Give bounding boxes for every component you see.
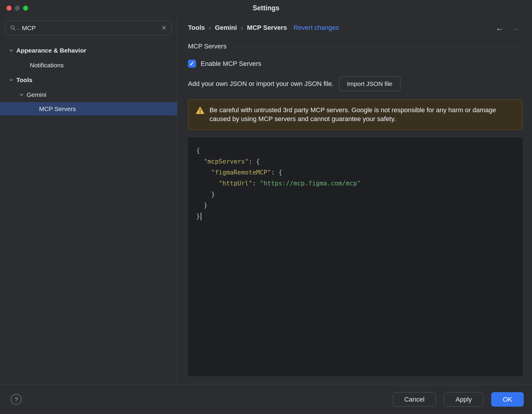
help-button[interactable]: ? [11,394,22,405]
apply-button[interactable]: Apply [444,392,483,407]
breadcrumb-gemini[interactable]: Gemini [215,24,237,32]
sidebar-item-notifications[interactable]: Notifications [0,58,177,73]
sidebar-item-mcp-servers[interactable]: MCP Servers [0,102,177,115]
settings-sidebar: ✕ Appearance & Behavior Notifications To… [0,16,177,384]
enable-mcp-servers-checkbox[interactable]: ✓ [188,60,196,68]
sidebar-item-label: Appearance & Behavior [16,47,86,54]
ok-button[interactable]: OK [491,392,524,407]
cancel-button[interactable]: Cancel [393,392,436,407]
code-line: "mcpServers": { [196,156,523,167]
breadcrumb: Tools › Gemini › MCP Servers Revert chan… [188,24,523,32]
json-editor[interactable]: { "mcpServers": { "figmaRemoteMCP": { "h… [188,138,523,376]
checkmark-icon: ✓ [190,61,194,66]
warning-text: Be careful with untrusted 3rd party MCP … [210,106,515,124]
breadcrumb-tools[interactable]: Tools [188,24,205,32]
code-line: "httpUrl": "https://mcp.figma.com/mcp" [196,178,523,189]
section-title: MCP Servers [188,43,226,50]
section-divider [232,46,523,47]
import-row: Add your own JSON or import your own JSO… [188,76,523,91]
footer-bar: ? Cancel Apply OK [0,384,532,414]
code-line: { [196,145,523,156]
forward-icon: → [512,23,520,33]
search-input[interactable] [22,25,158,32]
close-window-button[interactable] [7,6,12,11]
chevron-down-icon[interactable] [20,92,23,96]
main-area: ✕ Appearance & Behavior Notifications To… [0,16,532,384]
zoom-window-button[interactable] [23,6,28,11]
breadcrumb-mcp-servers: MCP Servers [247,24,287,32]
sidebar-item-label: Gemini [27,91,46,98]
window-title: Settings [253,4,280,12]
import-json-file-button[interactable]: Import JSON file [339,76,400,91]
text-caret [201,213,201,220]
history-nav: ← → [495,23,520,33]
sidebar-item-label: Tools [16,76,32,84]
breadcrumb-separator-icon: › [241,24,243,32]
titlebar: Settings [0,0,532,16]
search-history-chevron-icon [17,27,19,30]
warning-banner: Be careful with untrusted 3rd party MCP … [188,100,523,130]
enable-mcp-servers-label: Enable MCP Servers [201,60,261,68]
breadcrumb-separator-icon: › [209,24,211,32]
chevron-down-icon[interactable] [9,78,13,81]
traffic-lights [7,0,28,16]
enable-mcp-servers-row[interactable]: ✓ Enable MCP Servers [188,60,523,68]
search-icon[interactable] [10,25,19,31]
help-icon: ? [14,396,18,403]
import-instruction-text: Add your own JSON or import your own JSO… [188,80,334,88]
search-field[interactable]: ✕ [5,21,172,35]
revert-changes-link[interactable]: Revert changes [293,24,339,32]
code-line: } [196,211,523,222]
code-line: } [196,189,523,200]
minimize-window-button [15,6,20,11]
settings-tree: Appearance & Behavior Notifications Tool… [0,43,177,115]
back-icon[interactable]: ← [495,23,504,33]
sidebar-item-label: MCP Servers [39,105,76,113]
sidebar-item-label: Notifications [30,62,64,69]
warning-icon [196,107,204,115]
clear-search-icon[interactable]: ✕ [161,24,167,32]
sidebar-item-gemini[interactable]: Gemini [0,87,177,102]
settings-window: Settings ✕ Appearance & Behavior [0,0,532,414]
code-line: "figmaRemoteMCP": { [196,167,523,178]
footer-buttons: Cancel Apply OK [393,392,524,407]
code-line: } [196,200,523,211]
section-header: MCP Servers [188,43,523,50]
sidebar-item-appearance-behavior[interactable]: Appearance & Behavior [0,43,177,58]
chevron-down-icon[interactable] [9,48,13,51]
settings-content: Tools › Gemini › MCP Servers Revert chan… [177,16,532,384]
json-editor-code: { "mcpServers": { "figmaRemoteMCP": { "h… [196,145,523,222]
sidebar-item-tools[interactable]: Tools [0,73,177,87]
